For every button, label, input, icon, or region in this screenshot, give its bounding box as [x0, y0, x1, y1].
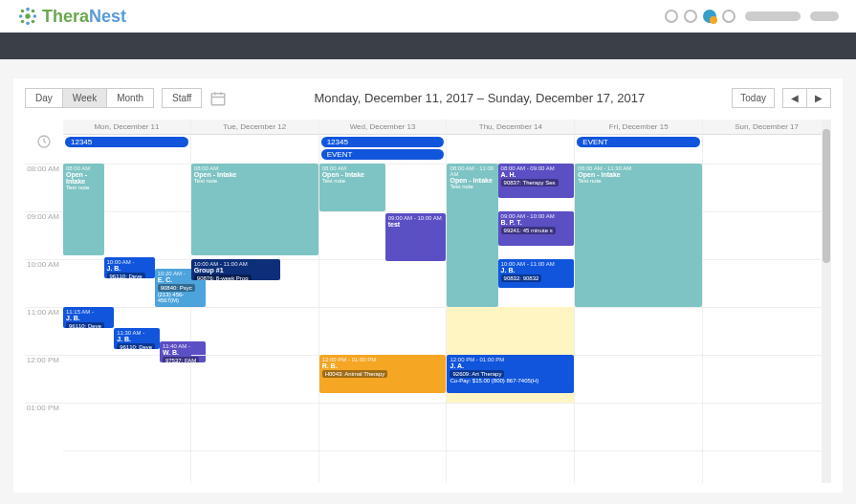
day-header: Fri, December 15 — [575, 120, 702, 135]
svg-point-4 — [33, 14, 37, 18]
svg-point-0 — [25, 13, 31, 19]
calendar-toolbar: Day Week Month Staff Monday, December 11… — [25, 88, 831, 108]
today-button[interactable]: Today — [732, 88, 775, 108]
svg-point-5 — [21, 10, 25, 13]
scroll-thumb[interactable] — [823, 129, 830, 263]
calendar-event[interactable]: 08:00 AMOpen - IntakeTest note — [63, 164, 104, 255]
week-view-button[interactable]: Week — [63, 88, 107, 108]
events-area[interactable]: 08:00 AM - 11:30 AMOpen - IntakeTest not… — [575, 164, 702, 470]
brand-part1: Thera — [42, 7, 89, 26]
day-header: Sun, December 17 — [703, 120, 830, 135]
time-label: 12:00 PM — [25, 355, 63, 403]
time-axis: 08:00 AM09:00 AM10:00 AM11:00 AM12:00 PM… — [25, 120, 63, 483]
theranest-icon — [17, 6, 38, 27]
calendar-grid: 08:00 AM09:00 AM10:00 AM11:00 AM12:00 PM… — [25, 120, 831, 483]
day-header: Wed, December 13 — [319, 120, 447, 135]
brand-part2: Nest — [89, 7, 126, 26]
svg-point-7 — [21, 20, 25, 24]
allday-row — [447, 135, 574, 164]
calendar-event[interactable]: 11:15 AM -J. B.96110: Deve — [63, 307, 114, 328]
events-area[interactable]: 08:00 AMOpen - IntakeTest note10:00 AM -… — [63, 164, 190, 470]
day-column: Sun, December 17 — [703, 120, 831, 483]
day-column: Mon, December 111234508:00 AMOpen - Inta… — [63, 120, 191, 483]
calendar-event[interactable]: 10:00 AM -J. B.96110: Deve — [104, 257, 155, 278]
events-area[interactable]: 08:00 AM - 11:00 AMOpen - IntakeTest not… — [447, 164, 574, 470]
time-label: 09:00 AM — [25, 211, 63, 259]
calendar-event[interactable]: 10:00 AM - 11:00 AMJ. B.90832: 90832 — [498, 259, 575, 288]
day-column: Thu, December 1408:00 AM - 11:00 AMOpen … — [447, 120, 575, 483]
view-switcher: Day Week Month — [25, 88, 154, 108]
calendar-event[interactable]: 08:00 AMOpen - IntakeTest note — [191, 164, 318, 255]
day-header: Thu, December 14 — [447, 120, 574, 135]
calendar-event[interactable]: 08:00 AM - 11:30 AMOpen - IntakeTest not… — [575, 164, 702, 307]
calendar-icon[interactable] — [209, 90, 227, 107]
next-button[interactable]: ▶ — [807, 88, 831, 108]
time-label: 11:00 AM — [25, 307, 63, 355]
header-indicators — [665, 10, 735, 23]
prev-button[interactable]: ◀ — [782, 88, 807, 108]
calendar-event[interactable]: 08:00 AM - 11:00 AMOpen - IntakeTest not… — [447, 164, 497, 307]
calendar-event[interactable]: 09:00 AM - 10:00 AMB. P. T.99241: 45 min… — [498, 211, 575, 246]
calendar-event[interactable]: 10:00 AM - 11:00 AMGroup #190876: 8-week… — [191, 259, 280, 280]
calendar-event[interactable]: 12:00 PM - 01:00 PMR. B.H0043: Animal Th… — [319, 355, 447, 393]
days-container: Mon, December 111234508:00 AMOpen - Inta… — [63, 120, 831, 483]
highlight-block — [447, 307, 574, 355]
calendar-event[interactable]: 08:00 AM - 09:00 AMA. H.90837: Therapy S… — [498, 164, 575, 198]
events-area[interactable] — [703, 164, 830, 470]
calendar-event[interactable]: 09:00 AM - 10:00 AMtest — [385, 213, 447, 261]
day-column: Fri, December 15EVENT08:00 AM - 11:30 AM… — [575, 120, 703, 483]
svg-point-6 — [32, 10, 35, 13]
allday-chip[interactable]: 12345 — [321, 137, 445, 147]
time-label: 01:00 PM — [25, 403, 63, 450]
clock-icon — [25, 120, 63, 164]
day-column: Wed, December 1312345EVENT08:00 AMOpen -… — [319, 120, 448, 483]
time-label: 08:00 AM — [25, 164, 63, 211]
notification-dot[interactable] — [703, 10, 716, 23]
allday-row — [191, 135, 318, 164]
calendar-event[interactable]: 11:30 AM -J. B.96110: Deve — [114, 328, 160, 349]
date-range-title: Monday, December 11, 2017 – Sunday, Dece… — [234, 91, 724, 105]
allday-row: EVENT — [575, 135, 702, 164]
svg-point-8 — [32, 20, 35, 24]
status-dot[interactable] — [722, 10, 735, 23]
day-header: Tue, December 12 — [191, 120, 318, 135]
allday-chip[interactable]: EVENT — [577, 137, 700, 147]
user-menu-placeholder[interactable] — [745, 11, 801, 21]
vertical-scrollbar[interactable] — [822, 120, 831, 483]
status-dot[interactable] — [684, 10, 697, 23]
staff-button[interactable]: Staff — [162, 88, 202, 108]
allday-row — [703, 135, 830, 164]
settings-placeholder[interactable] — [810, 11, 839, 21]
calendar-event[interactable]: 12:00 PM - 01:00 PMJ. A.92609: Art Thera… — [447, 355, 574, 393]
time-label: 10:00 AM — [25, 259, 63, 307]
svg-point-1 — [26, 8, 30, 11]
month-view-button[interactable]: Month — [107, 88, 154, 108]
svg-point-2 — [26, 22, 30, 26]
day-column: Tue, December 1208:00 AMOpen - IntakeTes… — [191, 120, 319, 483]
allday-chip[interactable]: 12345 — [65, 137, 188, 147]
svg-point-3 — [19, 14, 23, 18]
day-header: Mon, December 11 — [63, 120, 190, 135]
svg-rect-9 — [212, 93, 226, 104]
brand-logo: TheraNest — [17, 6, 126, 27]
allday-chip[interactable]: EVENT — [321, 149, 445, 160]
calendar-event[interactable]: 08:00 AMOpen - IntakeTest note — [319, 164, 385, 211]
status-dot[interactable] — [665, 10, 678, 23]
day-view-button[interactable]: Day — [25, 88, 63, 108]
allday-row: 12345 — [63, 135, 190, 164]
app-header: TheraNest — [0, 0, 856, 33]
allday-row: 12345EVENT — [319, 135, 447, 164]
main-navbar — [0, 33, 856, 59]
events-area[interactable]: 08:00 AMOpen - IntakeTest note10:00 AM -… — [191, 164, 318, 470]
events-area[interactable]: 08:00 AMOpen - IntakeTest note09:00 AM -… — [319, 164, 447, 470]
calendar-panel: Day Week Month Staff Monday, December 11… — [13, 78, 843, 493]
